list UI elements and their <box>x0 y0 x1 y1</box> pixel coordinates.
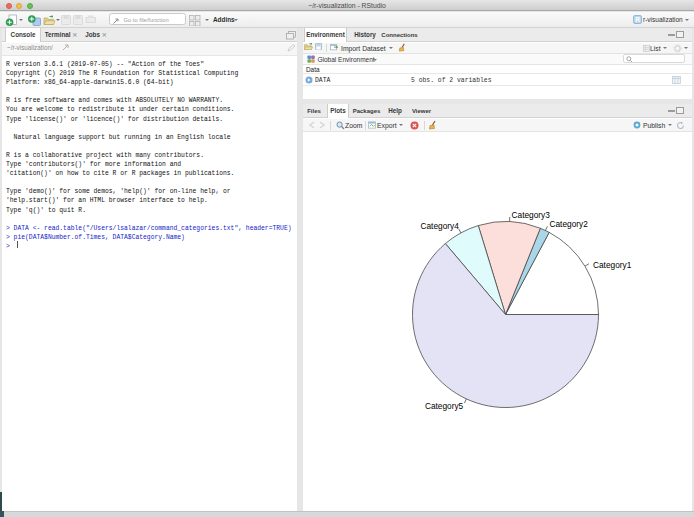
svg-text:Category4: Category4 <box>421 221 460 231</box>
svg-text:R: R <box>635 16 640 23</box>
svg-text:Category5: Category5 <box>425 401 464 411</box>
svg-text:Category1: Category1 <box>593 260 632 270</box>
svg-text:Category2: Category2 <box>550 219 589 229</box>
svg-text:Category3: Category3 <box>512 210 551 220</box>
